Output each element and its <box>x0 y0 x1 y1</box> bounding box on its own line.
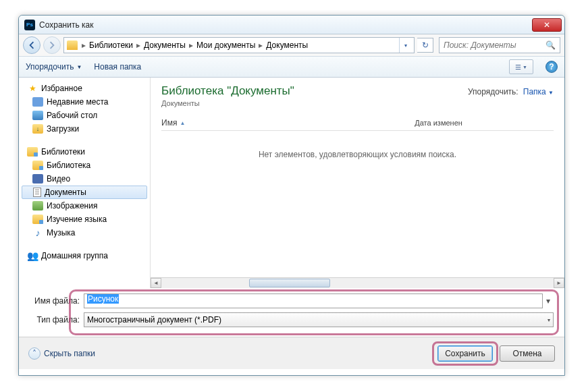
content-pane: Библиотека "Документы" Документы Упорядо… <box>151 78 564 288</box>
arrange-by[interactable]: Упорядочить: Папка ▼ <box>468 87 554 96</box>
sidebar-item-images[interactable]: Изображения <box>19 199 150 213</box>
filetype-label: Тип файла: <box>30 315 80 325</box>
sidebar-item-music[interactable]: ♪Музыка <box>19 226 150 240</box>
scroll-right-button[interactable]: ► <box>554 278 564 288</box>
view-mode-button[interactable]: ☰ ▼ <box>509 59 533 74</box>
save-button[interactable]: Сохранить <box>437 345 493 362</box>
window-title: Сохранить как <box>39 20 532 30</box>
help-button[interactable]: ? <box>545 61 558 73</box>
breadcrumb[interactable]: Мои документы <box>194 38 257 53</box>
scroll-thumb[interactable] <box>249 279 330 287</box>
horizontal-scrollbar[interactable]: ◄ ► <box>151 277 564 288</box>
desktop-icon <box>32 111 43 120</box>
homegroup-icon: 👥 <box>27 251 38 260</box>
folder-icon <box>32 215 43 224</box>
help-icon: ? <box>549 62 554 72</box>
download-icon <box>32 124 43 134</box>
recent-icon <box>32 97 43 107</box>
chevron-up-icon: ˄ <box>32 349 36 358</box>
sidebar: ★ Избранное Недавние места Рабочий стол … <box>19 78 151 288</box>
address-bar[interactable]: ▸ Библиотеки ▸ Документы ▸ Мои документы… <box>63 37 415 53</box>
document-icon <box>33 188 41 197</box>
filetype-select[interactable]: Многостраничный документ (*.PDF) ▾ <box>84 312 554 327</box>
sidebar-item-video[interactable]: Видео <box>19 172 150 186</box>
search-input[interactable] <box>444 40 545 50</box>
close-icon: ✕ <box>543 20 550 30</box>
sidebar-item-documents[interactable]: Документы <box>22 186 147 199</box>
address-dropdown[interactable]: ▾ <box>399 38 411 53</box>
file-fields-area: Имя файла: Рисунок ▾ Тип файла: Многостр… <box>19 288 564 337</box>
organize-button[interactable]: Упорядочить ▼ <box>26 62 82 72</box>
footer: ˄ Скрыть папки Сохранить Отмена <box>19 337 564 369</box>
column-headers: Имя▲ Дата изменен <box>161 118 554 131</box>
sidebar-homegroup-header[interactable]: 👥 Домашняя группа <box>19 249 150 262</box>
star-icon: ★ <box>27 84 38 93</box>
breadcrumb[interactable]: Документы <box>142 38 188 53</box>
app-icon: Ps <box>24 20 35 30</box>
scroll-left-button[interactable]: ◄ <box>151 278 161 288</box>
titlebar[interactable]: Ps Сохранить как ✕ <box>19 16 564 34</box>
filename-input[interactable]: Рисунок <box>84 293 543 308</box>
new-folder-button[interactable]: Новая папка <box>94 62 141 72</box>
image-icon <box>32 201 43 211</box>
cancel-button[interactable]: Отмена <box>500 345 555 362</box>
music-icon: ♪ <box>32 228 43 237</box>
breadcrumb[interactable]: Библиотеки <box>87 38 135 53</box>
sidebar-item-downloads[interactable]: Загрузки <box>19 122 150 136</box>
library-icon <box>27 147 38 157</box>
chevron-down-icon: ▾ <box>548 317 550 323</box>
filename-dropdown[interactable]: ▾ <box>543 296 554 306</box>
chevron-right-icon: ▸ <box>80 40 87 50</box>
sidebar-item-recent[interactable]: Недавние места <box>19 95 150 109</box>
search-icon: 🔍 <box>545 40 556 50</box>
folder-icon <box>67 40 78 50</box>
sidebar-item-desktop[interactable]: Рабочий стол <box>19 109 150 122</box>
forward-arrow-icon <box>48 41 56 49</box>
hide-folders-button[interactable]: ˄ Скрыть папки <box>28 347 95 360</box>
arrange-link[interactable]: Папка ▼ <box>523 87 554 96</box>
toolbar: Упорядочить ▼ Новая папка ☰ ▼ ? <box>19 56 564 78</box>
chevron-down-icon: ▼ <box>548 90 554 96</box>
refresh-icon: ↻ <box>422 40 429 50</box>
forward-button[interactable] <box>43 36 61 54</box>
chevron-right-icon: ▸ <box>188 40 194 50</box>
chevron-down-icon: ▼ <box>523 65 527 69</box>
close-button[interactable]: ✕ <box>532 18 562 32</box>
back-arrow-icon <box>28 41 36 49</box>
column-date[interactable]: Дата изменен <box>415 118 462 128</box>
column-name[interactable]: Имя▲ <box>161 118 185 128</box>
library-icon <box>32 161 43 170</box>
library-subtitle: Документы <box>161 99 554 107</box>
search-box[interactable]: 🔍 <box>439 37 560 53</box>
sidebar-item-language[interactable]: Изучение языка <box>19 213 150 226</box>
list-view-icon: ☰ <box>515 63 521 71</box>
video-icon <box>32 174 43 184</box>
chevron-right-icon: ▸ <box>257 40 264 50</box>
save-as-dialog: Ps Сохранить как ✕ ▸ Библиотеки ▸ Докуме… <box>18 15 565 376</box>
breadcrumb[interactable]: Документы <box>264 38 310 53</box>
chevron-down-icon: ▼ <box>76 64 82 70</box>
refresh-button[interactable]: ↻ <box>417 38 433 53</box>
navigation-bar: ▸ Библиотеки ▸ Документы ▸ Мои документы… <box>19 34 564 56</box>
chevron-right-icon: ▸ <box>135 40 142 50</box>
sort-asc-icon: ▲ <box>180 120 185 126</box>
sidebar-favorites-header[interactable]: ★ Избранное <box>19 82 150 95</box>
back-button[interactable] <box>23 36 41 54</box>
sidebar-item-library[interactable]: Библиотека <box>19 159 150 172</box>
empty-message: Нет элементов, удовлетворяющих условиям … <box>161 150 554 159</box>
sidebar-libraries-header[interactable]: Библиотеки <box>19 145 150 159</box>
filename-label: Имя файла: <box>30 296 80 306</box>
body-area: ★ Избранное Недавние места Рабочий стол … <box>19 78 564 288</box>
